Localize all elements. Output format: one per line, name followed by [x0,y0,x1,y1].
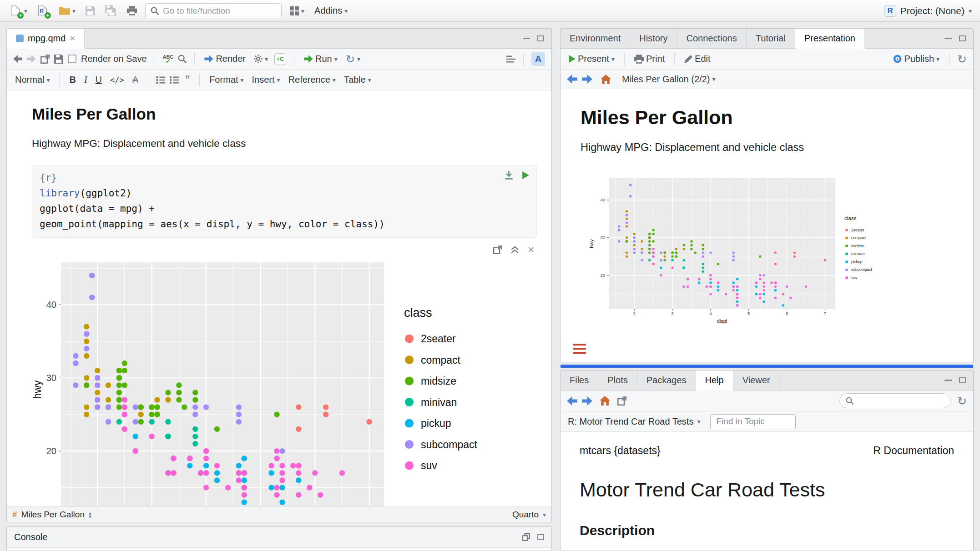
clear-formatting-button[interactable]: A [131,73,140,86]
help-search-input[interactable] [858,396,945,406]
presentation-slide: Miles Per Gallon Highway MPG: Displaceme… [561,89,973,362]
tab-environment[interactable]: Environment [561,29,630,48]
edit-presentation-button[interactable]: Edit [682,52,712,65]
tab-viewer[interactable]: Viewer [733,371,780,390]
maximize-pane-icon[interactable] [537,35,544,41]
render-button[interactable]: Render [202,52,248,65]
publish-button[interactable]: Publish ▾ [891,52,941,65]
show-in-window-icon[interactable] [493,245,502,254]
help-back-icon[interactable] [567,396,577,406]
caret-down-icon: ▾ [24,8,27,14]
print-presentation-button[interactable]: Print [632,52,667,65]
tab-packages[interactable]: Packages [637,371,696,390]
tab-help[interactable]: Help [696,371,733,390]
table-menu[interactable]: Table ▾ [342,73,373,86]
home-icon[interactable] [600,396,610,406]
visual-mode-toggle[interactable]: A [531,52,545,66]
slide-back-icon[interactable] [567,75,577,84]
save-button[interactable] [84,5,97,17]
slide-selector[interactable]: Miles Per Gallon (2/2) ▾ [620,73,717,86]
present-button[interactable]: Present ▾ [567,52,616,65]
maximize-pane-icon[interactable] [959,377,966,383]
goto-file-input[interactable] [163,6,276,16]
run-all-above-icon[interactable] [505,171,513,180]
refresh-icon[interactable]: ↻ [957,55,967,64]
bullet-list-icon[interactable] [156,76,165,84]
new-project-button[interactable]: R + [35,4,51,18]
clear-output-icon[interactable]: × [528,243,534,256]
new-file-button[interactable]: + ▾ [8,4,29,18]
workspace-panes-button[interactable]: ▾ [288,5,306,17]
pane-resize-divider[interactable] [561,365,973,368]
render-on-save-checkbox[interactable] [68,55,76,63]
section-jump-icon[interactable]: ▴▾ [89,511,91,518]
minimize-pane-icon[interactable] [523,38,530,39]
forward-icon[interactable] [27,55,36,63]
maximize-pane-icon[interactable] [959,35,966,41]
rerun-button[interactable]: ↻ ▾ [344,53,362,65]
tab-presentation[interactable]: Presentation [795,29,865,48]
slide-forward-icon[interactable] [582,75,592,84]
tab-files[interactable]: Files [561,371,598,390]
code-format-button[interactable]: </> [108,74,126,86]
blockquote-icon[interactable]: ” [183,75,192,85]
close-tab-icon[interactable]: × [70,33,75,44]
popout-window-icon[interactable] [40,55,50,64]
format-menu[interactable]: Format ▾ [207,73,245,86]
search-icon [846,397,854,405]
help-topic-selector[interactable]: R: Motor Trend Car Road Tests ▾ [568,416,700,427]
document-mode[interactable]: Quarto [512,510,539,520]
minimize-pane-icon[interactable] [945,38,952,39]
find-replace-icon[interactable] [178,55,187,63]
project-selector[interactable]: R Project: (None) ▾ [884,5,972,17]
collapse-output-icon[interactable] [511,246,519,254]
tab-connections[interactable]: Connections [677,29,747,48]
home-icon[interactable] [601,75,611,84]
goto-file-search[interactable] [145,3,282,18]
svg-text:2seater: 2seater [421,333,456,345]
find-in-topic-input[interactable] [710,414,796,429]
back-icon[interactable] [13,55,22,63]
restore-pane-icon[interactable] [522,533,530,541]
addins-menu[interactable]: Addins ▾ [313,4,349,17]
show-in-window-icon[interactable] [617,396,626,406]
tab-plots[interactable]: Plots [598,371,637,390]
paragraph-style-select[interactable]: Normal ▾ [13,73,51,86]
help-section-heading: Description [580,523,954,538]
caret-down-icon: ▾ [72,8,76,14]
print-button[interactable] [125,5,139,17]
reference-menu[interactable]: Reference ▾ [287,73,338,86]
maximize-pane-icon[interactable] [537,534,544,540]
tab-history[interactable]: History [630,29,677,48]
help-search-box[interactable] [839,393,951,408]
bold-button[interactable]: B [67,73,77,86]
search-icon [151,7,159,15]
spellcheck-icon[interactable]: ABC ✓ [163,55,174,64]
slide-menu-icon[interactable] [573,344,586,354]
visual-editor-document[interactable]: Miles Per Gallon Highway MPG: Displaceme… [7,90,551,506]
insert-menu[interactable]: Insert ▾ [250,73,282,86]
italic-button[interactable]: I [82,73,89,86]
render-settings-button[interactable]: ▾ [252,53,270,65]
code-chunk[interactable]: {r} library(ggplot2)ggplot(data = mpg) +… [32,165,537,238]
svg-text:3: 3 [671,311,673,316]
caret-down-icon: ▾ [969,8,972,14]
save-all-button[interactable] [103,4,119,18]
document-outline-icon[interactable] [506,55,515,63]
minimize-pane-icon[interactable] [945,380,952,381]
run-icon [304,55,313,63]
tab-tutorial[interactable]: Tutorial [747,29,795,48]
lower-right-tabbar: Files Plots Packages Help Viewer [561,371,973,391]
open-file-button[interactable]: ▾ [57,5,77,16]
numbered-list-icon[interactable] [170,76,179,84]
svg-text:compact: compact [851,235,866,240]
run-chunk-icon[interactable] [522,171,529,179]
help-forward-icon[interactable] [582,396,592,406]
section-location[interactable]: Miles Per Gallon [21,510,85,520]
underline-button[interactable]: U [94,73,104,86]
refresh-icon[interactable]: ↻ [957,396,967,406]
save-icon[interactable] [54,55,63,64]
tab-mpg-qmd[interactable]: mpg.qmd × [7,29,85,48]
run-button[interactable]: Run ▾ [302,52,339,65]
insert-chunk-icon[interactable]: +C [274,53,286,65]
